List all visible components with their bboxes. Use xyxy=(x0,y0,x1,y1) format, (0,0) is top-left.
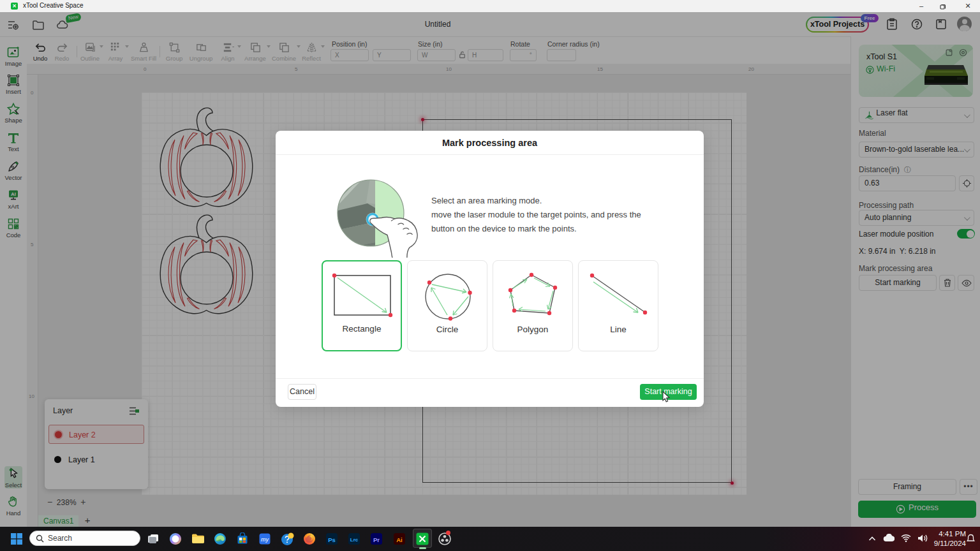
svg-text:Ps: Ps xyxy=(328,536,336,543)
svg-text:Pr: Pr xyxy=(373,536,380,543)
svg-text:my: my xyxy=(261,536,269,543)
svg-text:Ai: Ai xyxy=(396,536,403,543)
svg-text:Lrc: Lrc xyxy=(350,537,359,543)
